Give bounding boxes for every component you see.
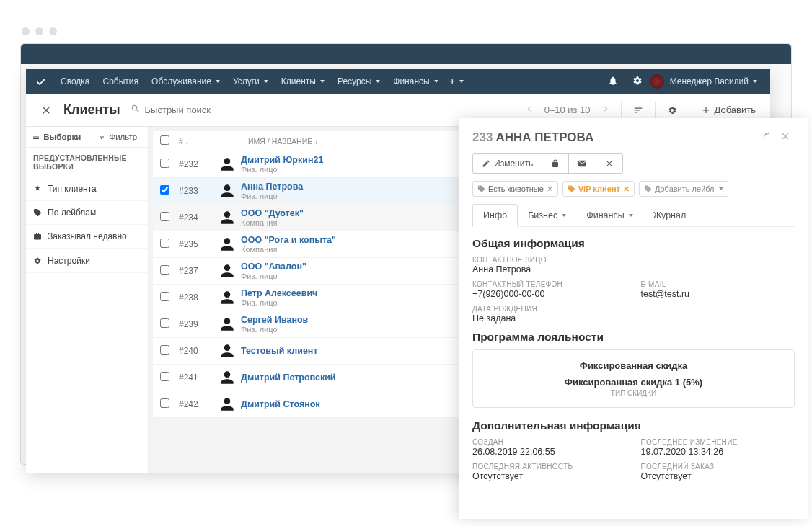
search-input[interactable]	[141, 100, 285, 120]
person-icon	[218, 315, 237, 334]
lock-button[interactable]	[542, 153, 569, 174]
sidebar-tab-filter[interactable]: Фильтр	[87, 127, 149, 147]
loyalty-box: Фиксированная скидка Фиксированная скидк…	[472, 349, 795, 408]
sidebar-tab-samples[interactable]: Выборки	[26, 127, 87, 147]
detail-tab-2[interactable]: Финансы	[576, 204, 643, 226]
add-label-button[interactable]: Добавить лейбл	[639, 181, 728, 197]
settings-icon[interactable]	[625, 71, 650, 92]
page-prev[interactable]	[518, 99, 540, 120]
person-icon	[218, 262, 237, 280]
notifications-icon[interactable]	[601, 71, 625, 92]
label-vip-remove[interactable]: ✕	[623, 184, 630, 194]
row-checkbox[interactable]	[160, 398, 169, 408]
row-id: #238	[179, 293, 218, 303]
row-checkbox[interactable]	[160, 185, 169, 195]
top-navbar: СводкаСобытияОбслуживаниеУслугиКлиентыРе…	[26, 69, 770, 94]
search-icon	[131, 104, 141, 116]
extra-heading: Дополнительная информация	[472, 419, 795, 432]
edit-button[interactable]: Изменить	[472, 153, 542, 174]
row-checkbox[interactable]	[160, 212, 169, 221]
sidebar-item-by-labels[interactable]: По лейблам	[26, 201, 148, 225]
row-id: #235	[179, 239, 218, 249]
pagination: 0–10 из 10	[518, 99, 617, 120]
detail-tab-3[interactable]: Журнал	[643, 204, 697, 226]
page-next[interactable]	[595, 99, 617, 120]
select-all-checkbox[interactable]	[160, 135, 169, 145]
detail-close-icon[interactable]	[776, 128, 795, 146]
person-icon	[218, 368, 237, 387]
nav-item-0[interactable]: Сводка	[55, 71, 96, 92]
row-id: #233	[179, 186, 218, 196]
nav-item-5[interactable]: Ресурсы	[332, 71, 386, 92]
detail-actions: Изменить	[472, 153, 795, 174]
row-id: #234	[179, 213, 218, 223]
order-value: Отсутствует	[641, 471, 795, 481]
row-checkbox[interactable]	[160, 345, 169, 355]
row-id: #237	[179, 266, 218, 276]
person-icon	[218, 182, 237, 200]
email-value: test@test.ru	[641, 289, 795, 299]
user-avatar[interactable]	[650, 74, 664, 89]
sidebar: Выборки Фильтр ПРЕДУСТАНОВЛЕННЫЕ ВЫБОРКИ…	[26, 127, 149, 473]
email-button[interactable]	[569, 153, 596, 174]
row-id: #239	[179, 319, 218, 329]
user-menu[interactable]: Менеджер Василий	[664, 71, 763, 92]
detail-panel: 233АННА ПЕТРОВА Изменить	[459, 118, 808, 519]
row-id: #241	[179, 373, 218, 383]
row-checkbox[interactable]	[160, 372, 169, 381]
person-icon	[218, 235, 237, 254]
nav-item-4[interactable]: Клиенты	[275, 71, 330, 92]
label-vip: VIP клиент ✕	[562, 181, 635, 197]
label-pets-remove[interactable]: ✕	[547, 184, 553, 194]
detail-tabs: ИнфоБизнесФинансыЖурнал	[472, 204, 795, 227]
person-icon	[218, 155, 237, 174]
add-button[interactable]: Добавить	[694, 100, 763, 120]
row-checkbox[interactable]	[160, 265, 169, 275]
dob-value: Не задана	[472, 313, 795, 324]
delete-button[interactable]	[596, 153, 623, 174]
row-checkbox[interactable]	[160, 239, 169, 248]
nav-item-1[interactable]: События	[97, 71, 145, 92]
sidebar-presets-heading: ПРЕДУСТАНОВЛЕННЫЕ ВЫБОРКИ	[26, 148, 148, 177]
pagination-info: 0–10 из 10	[544, 104, 591, 115]
row-checkbox[interactable]	[160, 292, 169, 301]
person-icon	[218, 342, 237, 360]
contact-phone-value: +7(926)000-00-00	[472, 289, 627, 299]
row-id: #232	[179, 159, 218, 169]
detail-tab-0[interactable]: Инфо	[472, 204, 518, 227]
row-id: #242	[179, 399, 218, 409]
sort-button[interactable]	[626, 99, 650, 121]
person-icon	[218, 288, 237, 307]
row-id: #240	[179, 346, 218, 356]
created-value: 26.08.2019 22:06:55	[472, 447, 627, 457]
toolbar-gear-icon[interactable]	[660, 99, 684, 121]
close-button[interactable]	[33, 99, 59, 122]
general-heading: Общая информация	[472, 237, 795, 250]
sidebar-item-settings[interactable]: Настройки	[26, 249, 148, 273]
page-title: Клиенты	[63, 102, 120, 117]
nav-item-6[interactable]: Финансы	[387, 71, 443, 92]
detail-tab-1[interactable]: Бизнес	[518, 204, 576, 226]
browser-dots	[22, 27, 57, 35]
contact-person-value: Анна Петрова	[472, 264, 795, 275]
labels-row: Есть животные ✕ VIP клиент ✕ Добавить ле…	[472, 181, 795, 197]
loyalty-heading: Программа лояльности	[472, 331, 795, 344]
row-checkbox[interactable]	[160, 159, 169, 168]
activity-value: Отсутствует	[472, 471, 627, 481]
label-pets: Есть животные ✕	[472, 181, 558, 197]
row-checkbox[interactable]	[160, 318, 169, 328]
detail-title: 233АННА ПЕТРОВА	[472, 130, 593, 145]
modified-value: 19.07.2020 13:34:26	[641, 447, 795, 457]
detail-pin-icon[interactable]	[757, 128, 776, 146]
sidebar-item-client-type[interactable]: Тип клиента	[26, 177, 148, 201]
nav-item-2[interactable]: Обслуживание	[146, 71, 226, 92]
nav-item-3[interactable]: Услуги	[227, 71, 274, 92]
person-icon	[218, 395, 237, 414]
person-icon	[218, 208, 237, 227]
app-logo[interactable]	[33, 73, 49, 89]
sidebar-item-recent-orders[interactable]: Заказывал недавно	[26, 225, 148, 249]
nav-add-menu[interactable]: +	[444, 71, 469, 92]
